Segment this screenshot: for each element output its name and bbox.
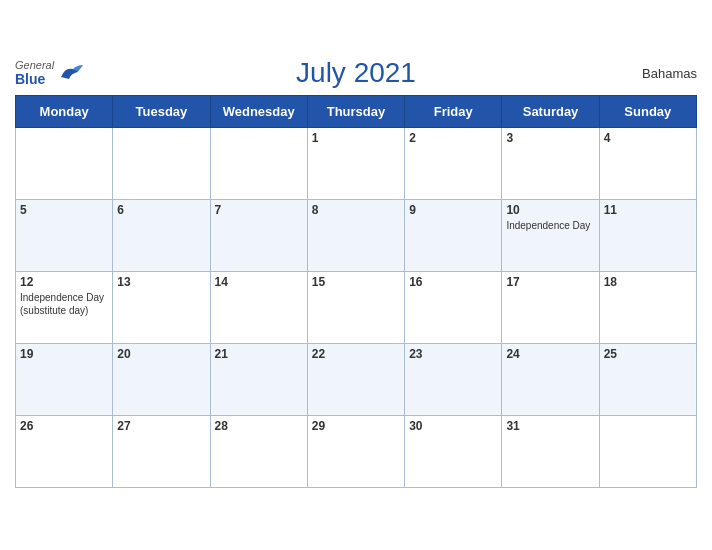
calendar-cell: 23 [405, 344, 502, 416]
country-name: Bahamas [642, 66, 697, 81]
calendar-cell: 11 [599, 200, 696, 272]
calendar-cell: 31 [502, 416, 599, 488]
header-tuesday: Tuesday [113, 96, 210, 128]
calendar-cell: 12Independence Day (substitute day) [16, 272, 113, 344]
day-number: 3 [506, 131, 594, 145]
day-number: 20 [117, 347, 205, 361]
calendar-cell: 9 [405, 200, 502, 272]
header-sunday: Sunday [599, 96, 696, 128]
calendar-cell: 27 [113, 416, 210, 488]
day-event: Independence Day [506, 219, 594, 232]
calendar-cell: 17 [502, 272, 599, 344]
calendar-header: General Blue July 2021 Bahamas [15, 57, 697, 89]
day-number: 13 [117, 275, 205, 289]
calendar-cell: 15 [307, 272, 404, 344]
day-number: 5 [20, 203, 108, 217]
day-event: Independence Day (substitute day) [20, 291, 108, 317]
week-row-3: 12Independence Day (substitute day)13141… [16, 272, 697, 344]
calendar-cell: 7 [210, 200, 307, 272]
calendar-body: 12345678910Independence Day1112Independe… [16, 128, 697, 488]
calendar-cell [16, 128, 113, 200]
calendar-cell: 3 [502, 128, 599, 200]
day-number: 12 [20, 275, 108, 289]
day-number: 4 [604, 131, 692, 145]
week-row-1: 1234 [16, 128, 697, 200]
calendar-table: Monday Tuesday Wednesday Thursday Friday… [15, 95, 697, 488]
day-number: 8 [312, 203, 400, 217]
header-saturday: Saturday [502, 96, 599, 128]
weekday-header-row: Monday Tuesday Wednesday Thursday Friday… [16, 96, 697, 128]
calendar-cell: 16 [405, 272, 502, 344]
day-number: 23 [409, 347, 497, 361]
logo-general-text: General [15, 59, 54, 71]
calendar-cell: 10Independence Day [502, 200, 599, 272]
calendar-cell [599, 416, 696, 488]
logo-bird-icon [57, 63, 85, 83]
calendar-title: July 2021 [296, 57, 416, 89]
day-number: 6 [117, 203, 205, 217]
day-number: 26 [20, 419, 108, 433]
day-number: 24 [506, 347, 594, 361]
logo-blue-text: Blue [15, 71, 54, 87]
day-number: 15 [312, 275, 400, 289]
calendar-cell: 14 [210, 272, 307, 344]
day-number: 30 [409, 419, 497, 433]
calendar-wrapper: General Blue July 2021 Bahamas Monday Tu… [0, 47, 712, 503]
day-number: 22 [312, 347, 400, 361]
day-number: 25 [604, 347, 692, 361]
calendar-cell [210, 128, 307, 200]
calendar-cell: 19 [16, 344, 113, 416]
calendar-cell: 20 [113, 344, 210, 416]
day-number: 31 [506, 419, 594, 433]
week-row-5: 262728293031 [16, 416, 697, 488]
day-number: 7 [215, 203, 303, 217]
calendar-cell: 28 [210, 416, 307, 488]
calendar-cell: 5 [16, 200, 113, 272]
day-number: 1 [312, 131, 400, 145]
day-number: 2 [409, 131, 497, 145]
calendar-cell: 1 [307, 128, 404, 200]
day-number: 29 [312, 419, 400, 433]
header-wednesday: Wednesday [210, 96, 307, 128]
calendar-cell: 24 [502, 344, 599, 416]
header-monday: Monday [16, 96, 113, 128]
day-number: 18 [604, 275, 692, 289]
calendar-cell: 2 [405, 128, 502, 200]
week-row-4: 19202122232425 [16, 344, 697, 416]
calendar-cell: 6 [113, 200, 210, 272]
calendar-cell: 4 [599, 128, 696, 200]
calendar-cell: 13 [113, 272, 210, 344]
day-number: 10 [506, 203, 594, 217]
calendar-cell: 29 [307, 416, 404, 488]
calendar-cell [113, 128, 210, 200]
calendar-cell: 26 [16, 416, 113, 488]
calendar-cell: 21 [210, 344, 307, 416]
day-number: 17 [506, 275, 594, 289]
day-number: 19 [20, 347, 108, 361]
day-number: 27 [117, 419, 205, 433]
calendar-cell: 25 [599, 344, 696, 416]
day-number: 11 [604, 203, 692, 217]
header-friday: Friday [405, 96, 502, 128]
week-row-2: 5678910Independence Day11 [16, 200, 697, 272]
day-number: 28 [215, 419, 303, 433]
calendar-cell: 30 [405, 416, 502, 488]
calendar-cell: 22 [307, 344, 404, 416]
logo-area: General Blue [15, 59, 85, 87]
calendar-cell: 8 [307, 200, 404, 272]
day-number: 14 [215, 275, 303, 289]
calendar-cell: 18 [599, 272, 696, 344]
day-number: 9 [409, 203, 497, 217]
header-thursday: Thursday [307, 96, 404, 128]
day-number: 21 [215, 347, 303, 361]
day-number: 16 [409, 275, 497, 289]
